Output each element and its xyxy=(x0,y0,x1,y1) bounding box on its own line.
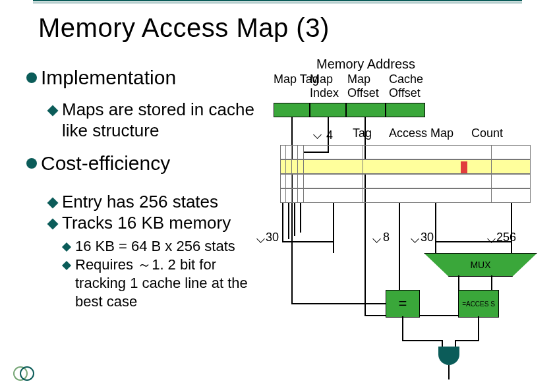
mux-label: MUX xyxy=(470,260,490,270)
memory-address-bar xyxy=(274,103,425,117)
bullet-cost-efficiency: Cost-efficiency xyxy=(26,152,260,175)
col-count: Count xyxy=(471,126,503,140)
slide-title: Memory Access Map (3) xyxy=(38,13,330,43)
memory-address-title: Memory Address xyxy=(300,57,432,72)
bullet-text: Maps are stored in cache like structure xyxy=(62,99,258,141)
bullet-cost-sub2-sub1: 16 KB = 64 B x 256 stats xyxy=(63,237,260,256)
bullet-cost-sub2: Tracks 16 KB memory xyxy=(49,212,260,233)
hdr-cache-offset: Cache Offset xyxy=(389,72,428,100)
col-tag: Tag xyxy=(353,126,372,140)
bullet-cost-sub2-sub2: Requires ～1. 2 bit for tracking 1 cache … xyxy=(63,256,260,311)
bullet-text: Entry has 256 states xyxy=(62,191,258,212)
bus-width-30b: 30 xyxy=(421,231,434,244)
access-label: =ACCES S xyxy=(462,300,495,308)
bullet-implementation-sub1: Maps are stored in cache like structure xyxy=(49,99,260,141)
hdr-map-index: Map Index xyxy=(310,72,343,100)
ways-count: 4 xyxy=(326,128,333,142)
bullet-diamond-icon xyxy=(47,105,59,117)
logo-icon xyxy=(12,364,36,383)
bullet-implementation: Implementation xyxy=(26,66,260,90)
bullet-text: Tracks 16 KB memory xyxy=(62,212,258,233)
compare-eq-block: = xyxy=(386,290,420,318)
bullet-diamond-icon xyxy=(47,219,59,230)
bus-width-30a: 30 xyxy=(266,231,279,244)
bullet-diamond-icon xyxy=(62,261,71,270)
bullet-column: Implementation Maps are stored in cache … xyxy=(26,66,260,311)
bullet-text: Requires ～1. 2 bit for tracking 1 cache … xyxy=(75,256,260,311)
ways-tick xyxy=(314,132,320,138)
diagram-area: Memory Address Map Tag Map Index Map Off… xyxy=(260,59,550,369)
access-check-block: =ACCES S xyxy=(458,290,499,318)
hdr-map-offset: Map Offset xyxy=(347,72,384,100)
bullet-diamond-icon xyxy=(47,198,59,209)
bullet-cost-sub1: Entry has 256 states xyxy=(49,191,260,212)
bullet-text: Implementation xyxy=(41,66,260,90)
mux-block: MUX xyxy=(424,253,537,277)
bus-width-8: 8 xyxy=(383,231,390,244)
bullet-dot-icon xyxy=(26,158,37,169)
bullet-dot-icon xyxy=(26,72,37,83)
and-gate-icon xyxy=(438,347,459,365)
col-access-map: Access Map xyxy=(389,126,453,140)
cache-table xyxy=(280,145,531,203)
bullet-text: Cost-efficiency xyxy=(41,152,260,175)
eq-label: = xyxy=(399,295,407,312)
bullet-diamond-icon xyxy=(62,242,71,252)
bullet-text: 16 KB = 64 B x 256 stats xyxy=(75,237,260,256)
